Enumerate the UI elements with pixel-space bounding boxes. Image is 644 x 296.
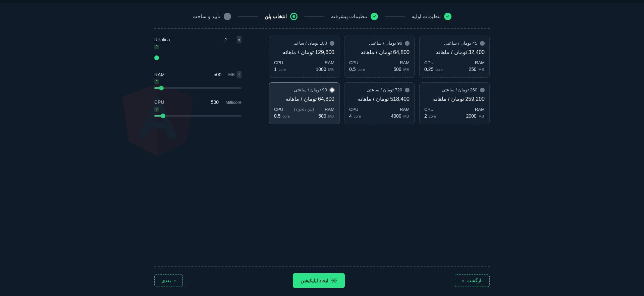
replica-control: Replica ? (154, 36, 241, 61)
plan-card-0[interactable]: 45 تومان / ساعتی32,400 تومان / ماهانهCPU… (419, 36, 490, 78)
chevron-right-icon: » (462, 279, 464, 283)
plan-hourly: 90 تومان / ساعتی (294, 87, 327, 92)
check-icon (371, 13, 378, 20)
plan-monthly: 259,200 تومان / ماهانه (424, 96, 485, 102)
ram-input[interactable] (209, 71, 226, 79)
ram-value: 500 MB (318, 113, 334, 119)
step-plan[interactable]: انتخاب پلن (265, 13, 298, 20)
plan-hourly: 720 تومان / ساعتی (367, 87, 402, 92)
cpu-input[interactable] (206, 98, 223, 106)
step-label: تنظیمات پیشرفته (331, 13, 367, 19)
radio-icon (405, 88, 410, 92)
plan-hourly: 45 تومان / ساعتی (444, 41, 477, 46)
step-initial[interactable]: تنظیمات اولیه (412, 13, 451, 20)
custom-plan-note: (پلن دلخواه) (294, 107, 314, 112)
plan-hourly: 180 تومان / ساعتی (291, 41, 327, 46)
chevron-left-icon: « (174, 279, 176, 283)
current-step-icon (290, 13, 298, 20)
divider (154, 28, 490, 29)
plan-monthly: 129,600 تومان / ماهانه (274, 49, 334, 55)
cpu-label: CPU (274, 107, 283, 112)
ram-value: 2000 MB (466, 113, 485, 119)
cpu-label: CPU (274, 60, 283, 65)
plan-hourly: 90 تومان / ساعتی (369, 41, 402, 46)
plan-monthly: 32,400 تومان / ماهانه (424, 49, 485, 55)
plan-monthly: 64,800 تومان / ماهانه (349, 49, 410, 55)
cpu-slider[interactable] (154, 115, 241, 117)
cpu-label: CPU (349, 107, 358, 112)
plan-card-5[interactable]: 90 تومان / ساعتی64,800 تومان / ماهانهCPU… (269, 82, 339, 124)
radio-icon (480, 41, 485, 46)
step-label: انتخاب پلن (265, 13, 287, 19)
plan-monthly: 518,400 تومان / ماهانه (349, 96, 410, 102)
pending-step-icon (224, 13, 231, 20)
cpu-value: 4 core (349, 113, 362, 119)
step-label: تنظیمات اولیه (412, 13, 441, 19)
footer-divider (154, 266, 490, 267)
ram-label: RAM (400, 107, 410, 112)
help-icon[interactable]: ? (154, 107, 159, 112)
cpu-label: CPU (154, 99, 164, 105)
ram-label: RAM (154, 72, 165, 77)
replica-label: Replica (154, 37, 170, 42)
svg-point-2 (333, 280, 335, 282)
top-bar (0, 0, 644, 3)
cpu-value: 1 core (274, 67, 286, 72)
step-separator (238, 16, 258, 17)
step-advanced[interactable]: تنظیمات پیشرفته (331, 13, 378, 20)
cpu-value: 0.5 core (274, 113, 290, 119)
step-separator (304, 16, 324, 17)
replica-input[interactable] (217, 36, 235, 44)
plan-card-1[interactable]: 90 تومان / ساعتی64,800 تومان / ماهانهCPU… (344, 36, 415, 78)
ram-value: 1000 MB (316, 67, 334, 72)
radio-icon (330, 41, 334, 46)
spinner-icon[interactable] (237, 36, 241, 43)
spinner-icon[interactable] (237, 71, 241, 78)
plan-monthly: 64,800 تومان / ماهانه (274, 96, 334, 102)
next-button[interactable]: «بعدی (154, 274, 183, 287)
radio-icon (480, 88, 485, 92)
ram-value: 250 MB (469, 67, 485, 72)
step-separator (385, 16, 405, 17)
ram-control: RAM MB ? (154, 71, 241, 89)
ram-label: RAM (325, 60, 334, 65)
ram-label: RAM (400, 60, 410, 65)
replica-slider-thumb[interactable] (154, 55, 159, 60)
ram-value: 4000 MB (391, 113, 410, 119)
radio-icon (405, 41, 410, 46)
create-app-button[interactable]: ایجاد اپلیکیشن (293, 273, 345, 288)
ram-label: RAM (475, 60, 485, 65)
ram-value: 500 MB (393, 67, 410, 72)
ram-unit: MB (228, 72, 235, 77)
ram-label: RAM (475, 107, 485, 112)
gear-icon (331, 278, 337, 284)
step-confirm[interactable]: تأیید و ساخت (193, 13, 231, 20)
stepper: تنظیمات اولیه تنظیمات پیشرفته انتخاب پلن… (154, 13, 490, 20)
plan-grid: 45 تومان / ساعتی32,400 تومان / ماهانهCPU… (268, 36, 490, 124)
cpu-value: 0.5 core (349, 67, 366, 72)
plan-card-2[interactable]: 180 تومان / ساعتی129,600 تومان / ماهانهC… (269, 36, 339, 78)
ram-slider[interactable] (154, 87, 241, 89)
radio-icon (330, 88, 334, 92)
plan-hourly: 360 تومان / ساعتی (442, 87, 477, 92)
back-button[interactable]: بازگشت» (455, 274, 490, 287)
ram-label: RAM (325, 107, 334, 112)
cpu-control: CPU Millicore ? (154, 98, 241, 117)
plan-card-4[interactable]: 720 تومان / ساعتی518,400 تومان / ماهانهC… (344, 82, 415, 124)
plan-card-3[interactable]: 360 تومان / ساعتی259,200 تومان / ماهانهC… (419, 82, 490, 124)
cpu-unit: Millicore (225, 100, 241, 105)
cpu-value: 0.25 core (424, 67, 443, 72)
cpu-label: CPU (424, 60, 433, 65)
cpu-label: CPU (424, 107, 433, 112)
check-icon (444, 13, 451, 20)
help-icon[interactable]: ? (154, 79, 159, 84)
help-icon[interactable]: ? (154, 45, 159, 49)
cpu-label: CPU (349, 60, 358, 65)
cpu-value: 2 core (424, 113, 437, 119)
step-label: تأیید و ساخت (193, 13, 220, 19)
